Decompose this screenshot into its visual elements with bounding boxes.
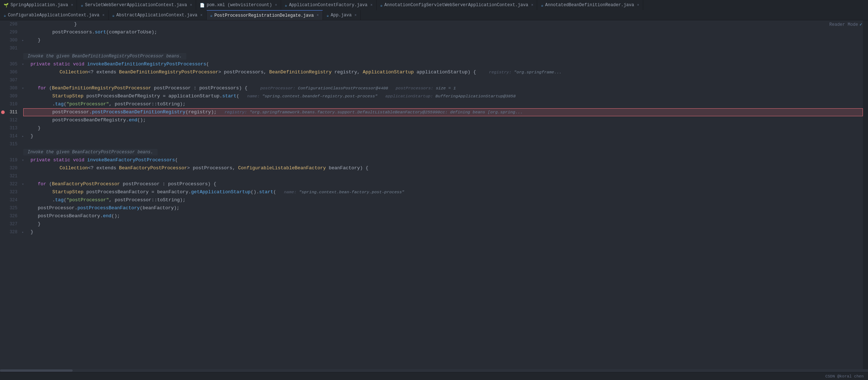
code-text-320: Collection<? extends BeanFactoryPostProc… — [23, 165, 368, 171]
line-row-327: 327 — [0, 220, 22, 228]
code-line-311: 💡 postProcessor.postProcessBeanDefinitio… — [23, 108, 863, 116]
linenum-308: 308 — [6, 86, 20, 91]
linenum-311: 311 — [6, 110, 20, 115]
code-line-320: Collection<? extends BeanFactoryPostProc… — [23, 164, 863, 172]
tab-annotbean[interactable]: ☕ AnnotatedBeanDefinitionReader.java × — [537, 0, 643, 10]
spring-icon: 🌱 — [4, 3, 9, 8]
line-row-321: 321 — [0, 172, 22, 180]
code-line-298: } — [23, 20, 863, 28]
line-row-326: 326 — [0, 212, 22, 220]
horizontal-scrollbar[interactable] — [0, 369, 868, 372]
tab-annotcfg-label: AnnotationConfigServletWebServerApplicat… — [384, 3, 528, 8]
xml-icon: 📄 — [200, 3, 205, 8]
code-text-325: postProcessor.postProcessBeanFactory(bea… — [23, 205, 179, 211]
tab-servlet[interactable]: ☕ ServletWebServerApplicationContext.jav… — [77, 0, 196, 10]
line-row-empty1 — [0, 52, 22, 60]
reader-mode-label: Reader Mode — [830, 22, 858, 27]
tab-appctx-label: ApplicationContextFactory.java — [289, 3, 368, 8]
code-line-313: } — [23, 124, 863, 132]
java-icon-2: ☕ — [285, 3, 287, 8]
tab-postproc-close[interactable]: × — [317, 13, 319, 17]
line-row-328: 328 ▸ — [0, 228, 22, 236]
tab-abstract-close[interactable]: × — [200, 13, 203, 17]
code-line-328: } — [23, 228, 863, 236]
tab-cfgctx-close[interactable]: × — [102, 13, 105, 17]
tab-abstract[interactable]: ☕ AbstractApplicationContext.java × — [109, 10, 207, 20]
tab-app[interactable]: ☕ App.java × — [323, 10, 361, 20]
tab-appctx[interactable]: ☕ ApplicationContextFactory.java × — [281, 0, 377, 10]
code-line-324: .tag("postProcessor", postProcessor::toS… — [23, 196, 863, 204]
tab-app-label: App.java — [331, 13, 352, 18]
code-text-326: postProcessBeanFactory.end(); — [23, 213, 120, 219]
tab-spring-label: SpringApplication.java — [11, 3, 68, 8]
line-row-310: 310 — [0, 100, 22, 108]
line-row-314: 314 ▸ — [0, 132, 22, 140]
java-icon-1: ☕ — [81, 3, 83, 8]
linenum-300: 300 — [6, 38, 20, 43]
comment-text-1: Invoke the given BeanDefinitionRegistryP… — [23, 53, 186, 60]
code-text-309: StartupStep postProcessBeanDefRegistry =… — [23, 93, 516, 99]
line-row-315: 315 — [0, 140, 22, 148]
code-line-327: } — [23, 220, 863, 228]
credit-text: CSDN @koral chen — [825, 374, 864, 379]
java-icon-7: ☕ — [210, 13, 213, 18]
linenum-328: 328 — [6, 230, 20, 235]
line-row-empty2 — [0, 148, 22, 156]
line-row-319: 319 ▾ — [0, 156, 22, 164]
tab-pom[interactable]: 📄 pom.xml (webvisitercount) × — [196, 0, 281, 10]
line-row-299: 299 — [0, 28, 22, 36]
code-text-319: private static void invokeBeanFactoryPos… — [23, 157, 178, 163]
tab-servlet-close[interactable]: × — [190, 3, 192, 7]
code-line-305: private static void invokeBeanDefinition… — [23, 60, 863, 68]
scrollbar-thumb[interactable] — [0, 369, 73, 372]
linenum-322: 322 — [6, 182, 20, 187]
tab-app-close[interactable]: × — [354, 13, 357, 17]
code-line-314: } — [23, 132, 863, 140]
code-line-299: postProcessors.sort(comparatorToUse); — [23, 28, 863, 36]
minimap-scrollbar[interactable] — [863, 20, 868, 369]
tab-pom-close[interactable]: × — [275, 3, 277, 7]
linenum-319: 319 — [6, 158, 20, 163]
code-line-301 — [23, 44, 863, 52]
linenum-326: 326 — [6, 214, 20, 219]
gutter: 298 299 300 ▸ 301 — [0, 20, 22, 369]
bp-311[interactable] — [0, 110, 6, 114]
linenum-320: 320 — [6, 166, 20, 171]
code-text-313: } — [23, 125, 41, 131]
code-text-327: } — [23, 221, 41, 227]
reader-mode-check: ✓ — [860, 22, 862, 27]
code-line-306: Collection<? extends BeanDefinitionRegis… — [23, 68, 863, 76]
tab-annotbean-label: AnnotatedBeanDefinitionReader.java — [545, 3, 634, 8]
code-text-305: private static void invokeBeanDefinition… — [23, 61, 209, 67]
tab-annotcfg[interactable]: ☕ AnnotationConfigServletWebServerApplic… — [377, 0, 538, 10]
bottom-bar: CSDN @koral chen — [0, 372, 868, 380]
tab-spring-close[interactable]: × — [71, 3, 73, 7]
tab-row-1: 🌱 SpringApplication.java × ☕ ServletWebS… — [0, 0, 643, 10]
line-row-309: 309 — [0, 92, 22, 100]
linenum-305: 305 — [6, 62, 20, 67]
tab-bar: 🌱 SpringApplication.java × ☕ ServletWebS… — [0, 0, 868, 20]
tab-annotcfg-close[interactable]: × — [531, 3, 533, 7]
tab-postproc[interactable]: ☕ PostProcessorRegistrationDelegate.java… — [207, 10, 323, 20]
linenum-309: 309 — [6, 94, 20, 99]
linenum-314: 314 — [6, 134, 20, 139]
line-row-301: 301 — [0, 44, 22, 52]
comment-line-2: Invoke the given BeanFactoryPostProcesso… — [23, 148, 863, 156]
linenum-315: 315 — [6, 142, 20, 147]
tab-postproc-label: PostProcessorRegistrationDelegate.java — [214, 13, 314, 18]
tab-cfgctx[interactable]: ☕ ConfigurableApplicationContext.java × — [0, 10, 109, 20]
code-text-310: .tag("postProcessor", postProcessor::toS… — [23, 101, 186, 107]
line-row-300: 300 ▸ — [0, 36, 22, 44]
tab-cfgctx-label: ConfigurableApplicationContext.java — [8, 13, 100, 18]
tab-annotbean-close[interactable]: × — [637, 3, 639, 7]
code-line-309: StartupStep postProcessBeanDefRegistry =… — [23, 92, 863, 100]
editor-container: 🌱 SpringApplication.java × ☕ ServletWebS… — [0, 0, 868, 380]
reader-mode-button[interactable]: Reader Mode ✓ — [830, 22, 862, 27]
tab-row-2: ☕ ConfigurableApplicationContext.java × … — [0, 10, 361, 20]
line-row-308: 308 ▾ — [0, 84, 22, 92]
tab-appctx-close[interactable]: × — [370, 3, 373, 7]
tab-servlet-label: ServletWebServerApplicationContext.java — [85, 3, 187, 8]
java-icon-3: ☕ — [380, 3, 383, 8]
tab-spring[interactable]: 🌱 SpringApplication.java × — [0, 0, 77, 10]
linenum-323: 323 — [6, 190, 20, 195]
